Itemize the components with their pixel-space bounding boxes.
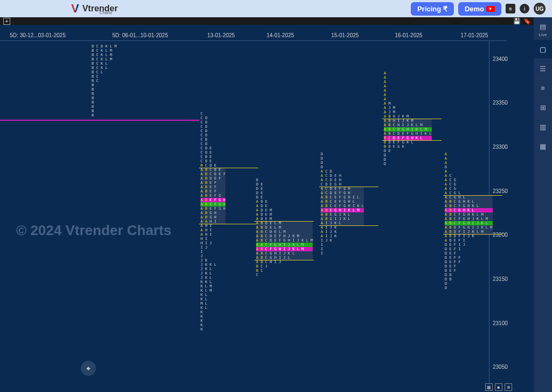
tpo-row: J K K L	[201, 263, 225, 267]
tpo-row: B C L	[92, 70, 116, 74]
watermark: © 2024 Vtrender Charts	[16, 222, 171, 239]
tpo-row: A B D E L M	[256, 225, 313, 230]
tpo-row: K	[201, 314, 225, 319]
tpo-row: A A H I	[201, 219, 225, 224]
tpo-row: D E F F	[445, 256, 493, 260]
brand-logo[interactable]: V Vtrender Charts	[71, 2, 112, 16]
tpo-row: B C K L M	[92, 57, 116, 61]
rec-icon[interactable]: ■	[495, 383, 502, 391]
tpo-row: A B E F G H	[201, 198, 225, 202]
grid-icon[interactable]: ▦	[485, 383, 493, 391]
tpo-row: A	[384, 75, 432, 80]
tpo-row: B C	[92, 74, 116, 79]
chart-canvas[interactable]: + 💾 🔖 5D: 30-12...03-01-20255D: 06-01...…	[0, 17, 534, 392]
tpo-row: A B E F G	[201, 194, 225, 198]
tpo-row: J K L	[201, 271, 225, 276]
menu-icon[interactable]: ≡	[506, 4, 515, 13]
tpo-row: C D	[201, 133, 225, 137]
tpo-row: A C G	[445, 182, 493, 187]
panel-icon: ▢	[539, 45, 547, 53]
tpo-row: I	[321, 251, 364, 256]
tpo-row: A B G I J K L	[321, 217, 364, 221]
price-tick: 23400	[493, 56, 508, 61]
bookmark-icon[interactable]: 🔖	[523, 18, 530, 25]
tpo-row: A C D	[321, 169, 364, 174]
tpo-row: K L	[201, 297, 225, 301]
tpo-row: A D E M	[256, 212, 313, 217]
logo-glyph: V	[71, 2, 79, 16]
pricing-button[interactable]: Pricing ₹	[411, 2, 454, 16]
tpo-row: C D E G H	[321, 182, 364, 187]
crosshair-button[interactable]: ⌖	[81, 361, 96, 376]
tpo-row: A	[445, 156, 493, 161]
demo-button[interactable]: Demo	[458, 2, 501, 16]
tpo-row: A B E G H I K L M	[321, 208, 364, 212]
tpo-row: K	[201, 327, 225, 332]
tpo-row: A	[384, 71, 432, 75]
tpo-row: A	[384, 88, 432, 93]
tpo-row: A C G L	[445, 191, 493, 195]
tpo-row: J K L	[201, 267, 225, 271]
tpo-row: A M	[384, 101, 432, 106]
sidebar-live[interactable]: ▤ Live	[534, 20, 552, 39]
tpo-row: A J M	[384, 106, 432, 110]
tpo-row: A	[445, 152, 493, 156]
tpo-row: A D E M	[256, 217, 313, 221]
tpo-row: D	[321, 156, 364, 161]
tpo-row: A	[384, 97, 432, 101]
tpo-row: A	[445, 169, 493, 174]
sidebar-rows[interactable]: ≡	[534, 79, 552, 97]
info-icon[interactable]: i	[520, 4, 529, 13]
price-tick: 23350	[493, 100, 508, 106]
avatar[interactable]: UG	[534, 3, 546, 15]
right-sidebar: ▤ Live ▢ ☰ ≡ ⊞ ▥ ▦	[534, 17, 552, 392]
tpo-row: A B C H I J	[256, 260, 313, 264]
date-tick: 14-01-2025	[266, 32, 294, 38]
tpo-row: A I J K L	[321, 221, 364, 225]
sidebar-grid[interactable]: ⊞	[534, 98, 552, 116]
tpo-row: D	[384, 162, 432, 166]
save-icon[interactable]: 💾	[513, 18, 520, 25]
tpo-row: D E F	[445, 269, 493, 273]
add-icon[interactable]: +	[3, 18, 10, 25]
tpo-row: B	[92, 109, 116, 113]
tpo-profile: AAAAAAAA MA J MA J MA B H J K MA B H I J…	[384, 71, 432, 166]
tpo-row: A B C F G H K L M	[445, 212, 493, 217]
tpo-row: A J M	[384, 110, 432, 114]
sidebar-columns[interactable]: ▥	[534, 118, 552, 136]
close-icon[interactable]: ⊗	[505, 383, 512, 391]
date-tick: 17-01-2025	[460, 32, 488, 38]
tpo-row: A B C G H I J K L	[256, 251, 313, 256]
tpo-row: B	[92, 96, 116, 100]
tpo-row: I	[321, 247, 364, 251]
tpo-row: B	[92, 100, 116, 105]
tpo-row: A B C H I J K L M	[384, 123, 432, 127]
list-icon: ☰	[539, 64, 547, 73]
tpo-row: A B C D E F G H I K L	[384, 132, 432, 136]
tpo-row: A C G	[445, 187, 493, 191]
sidebar-panel-1[interactable]: ▢	[534, 40, 552, 58]
tpo-row: A B C D E F	[201, 172, 225, 176]
tpo-row: C D E	[201, 150, 225, 155]
tpo-row: A B C F G H J K L M	[445, 217, 493, 221]
tpo-row: B C J	[256, 264, 313, 269]
tpo-row: D	[445, 281, 493, 286]
date-axis: 5D: 30-12...03-01-20255D: 06-01...10-01-…	[0, 32, 507, 41]
sidebar-apps[interactable]: ▦	[534, 137, 552, 155]
sidebar-list[interactable]: ☰	[534, 59, 552, 78]
tpo-profile: CC DC DC DC DC DC DC DC D EC D EC D EC D…	[201, 112, 225, 332]
price-tick: 23050	[493, 364, 508, 370]
tpo-row: D	[256, 178, 313, 182]
tpo-row: D	[321, 165, 364, 169]
tpo-row: I J	[201, 245, 225, 250]
tpo-row: A B C D E L M	[256, 230, 313, 234]
tpo-row: A I J K	[321, 230, 364, 234]
tpo-row: A B C F G H I J K L M	[256, 243, 313, 247]
tpo-row: I J K	[321, 238, 364, 243]
tpo-row: I	[321, 243, 364, 247]
tpo-row: A B C D E	[201, 168, 225, 172]
tpo-row: B C	[256, 269, 313, 273]
tpo-row: A I J K	[321, 225, 364, 230]
tpo-profile: DDDDA C DA C D E HA C D E H C D E G HA C…	[321, 152, 364, 256]
date-tick: 15-01-2025	[331, 32, 358, 38]
